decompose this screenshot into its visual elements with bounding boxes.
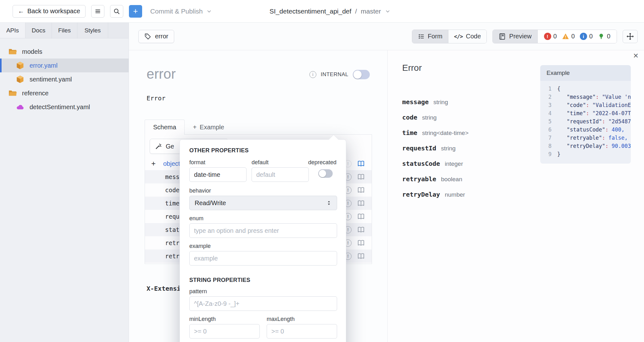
docs-preview-panel: × Error message string code string time … bbox=[387, 50, 644, 342]
example-input[interactable] bbox=[189, 251, 337, 266]
property-name: statusCode bbox=[402, 160, 440, 167]
deprecated-label: deprecated bbox=[308, 159, 336, 166]
pan-mode-button[interactable] bbox=[623, 30, 638, 43]
book-icon[interactable] bbox=[357, 252, 365, 260]
preview-label: Preview bbox=[509, 33, 531, 40]
toolbar-right-controls: Form </> Code Preview ! 0 0 bbox=[412, 30, 638, 43]
tree-file-detectsentiment-yaml[interactable]: detectSentiment.yaml bbox=[0, 100, 129, 114]
search-button[interactable] bbox=[110, 5, 123, 18]
preview-property: time string<date-time> bbox=[402, 129, 469, 137]
select-updown-icon bbox=[326, 200, 332, 206]
chevron-down-icon bbox=[206, 8, 212, 14]
tag-icon bbox=[144, 33, 151, 40]
model-tag-chip[interactable]: error bbox=[138, 30, 174, 43]
tab-docs[interactable]: Docs bbox=[25, 23, 52, 38]
tree-folder-models[interactable]: models bbox=[0, 45, 129, 59]
property-name[interactable]: code bbox=[165, 187, 180, 193]
format-input[interactable] bbox=[189, 167, 247, 182]
book-icon[interactable] bbox=[357, 160, 365, 167]
folder-icon bbox=[8, 47, 17, 56]
book-icon[interactable] bbox=[357, 239, 365, 247]
property-name[interactable]: time bbox=[165, 200, 180, 207]
lightbulb-icon bbox=[598, 33, 605, 40]
property-type: string bbox=[433, 99, 448, 106]
preview-diagnostics-group: Preview ! 0 0 i 0 0 bbox=[492, 30, 617, 43]
add-property-icon[interactable]: + bbox=[151, 159, 158, 168]
example-code-block[interactable]: 1 { 2 "message":"Value 'n 3 "code":"Vali… bbox=[540, 81, 631, 164]
warning-count-value: 0 bbox=[571, 33, 575, 40]
preview-button[interactable]: Preview bbox=[493, 30, 537, 43]
line-number: 6 bbox=[540, 126, 552, 134]
pattern-input[interactable] bbox=[189, 296, 337, 311]
property-name: code bbox=[402, 114, 417, 121]
minlength-label: minLength bbox=[189, 316, 216, 322]
line-number: 5 bbox=[540, 117, 552, 126]
book-icon[interactable] bbox=[357, 213, 365, 220]
form-view-label: Form bbox=[428, 33, 442, 40]
tree-file-error-yaml[interactable]: error.yaml bbox=[0, 59, 129, 72]
book-icon[interactable] bbox=[357, 186, 365, 194]
deprecated-toggle[interactable] bbox=[318, 169, 333, 178]
commit-publish-menu[interactable]: Commit & Publish bbox=[150, 8, 212, 15]
error-count[interactable]: ! 0 bbox=[543, 33, 558, 40]
book-icon[interactable] bbox=[357, 226, 365, 233]
property-type: string<date-time> bbox=[422, 130, 469, 137]
info-icon: i bbox=[309, 71, 316, 78]
hint-count-value: 0 bbox=[607, 33, 610, 40]
maxlength-input[interactable] bbox=[267, 324, 337, 339]
example-code-card: Example 1 { 2 "message":"Value 'n 3 "cod… bbox=[540, 65, 631, 164]
warning-count[interactable]: 0 bbox=[561, 33, 576, 40]
menu-button[interactable] bbox=[91, 5, 104, 18]
preview-properties-list: message string code string time string<d… bbox=[402, 98, 469, 206]
preview-property: retryable boolean bbox=[402, 175, 469, 183]
form-checklist-icon bbox=[418, 33, 425, 40]
other-properties-heading: OTHER PROPERTIES bbox=[189, 147, 249, 154]
model-description[interactable]: Error bbox=[147, 94, 165, 102]
code-view-button[interactable]: </> Code bbox=[448, 30, 487, 43]
minlength-input[interactable] bbox=[189, 324, 260, 339]
behavior-label: behavior bbox=[189, 188, 211, 194]
book-icon bbox=[498, 33, 506, 40]
enum-label: enum bbox=[189, 215, 203, 222]
tab-styles[interactable]: Styles bbox=[77, 23, 108, 38]
tab-files[interactable]: Files bbox=[52, 23, 77, 38]
form-view-button[interactable]: Form bbox=[412, 30, 448, 43]
code-line: 7 "retryable":false, bbox=[540, 134, 631, 142]
property-settings-popover: OTHER PROPERTIES format default deprecat… bbox=[180, 139, 346, 342]
tree-item-label: reference bbox=[22, 90, 49, 97]
enum-input[interactable] bbox=[189, 223, 337, 238]
search-icon bbox=[113, 8, 120, 15]
sidebar: APIs Docs Files Styles models error.yaml… bbox=[0, 23, 129, 342]
add-button[interactable]: + bbox=[129, 5, 142, 18]
book-icon[interactable] bbox=[357, 173, 365, 181]
preview-property: code string bbox=[402, 114, 469, 121]
hint-count[interactable]: 0 bbox=[597, 33, 612, 40]
book-icon[interactable] bbox=[357, 199, 365, 207]
model-title[interactable]: error bbox=[147, 66, 176, 82]
info-count-value: 0 bbox=[589, 33, 593, 40]
internal-toggle[interactable] bbox=[353, 70, 370, 79]
close-icon[interactable]: × bbox=[633, 50, 638, 61]
tree-folder-reference[interactable]: reference bbox=[0, 86, 129, 100]
tree-item-label: sentiment.yaml bbox=[30, 76, 72, 83]
magic-wand-icon bbox=[155, 143, 162, 150]
back-to-workspace-button[interactable]: ← Back to workspace bbox=[13, 5, 86, 18]
string-properties-heading: STRING PROPERTIES bbox=[189, 277, 250, 283]
tab-add-example[interactable]: + Example bbox=[185, 120, 232, 135]
sidebar-tabs: APIs Docs Files Styles bbox=[0, 23, 129, 38]
line-number: 8 bbox=[540, 142, 552, 150]
tab-apis[interactable]: APIs bbox=[0, 23, 25, 38]
file-tree: models error.yaml sentiment.yaml referen… bbox=[0, 38, 129, 114]
plus-icon: + bbox=[133, 6, 138, 16]
property-name: retryDelay bbox=[402, 191, 440, 198]
tree-file-sentiment-yaml[interactable]: sentiment.yaml bbox=[0, 72, 129, 86]
default-input[interactable] bbox=[252, 167, 309, 182]
root-type-link[interactable]: object bbox=[163, 160, 180, 167]
info-count[interactable]: i 0 bbox=[579, 33, 594, 40]
line-number: 2 bbox=[540, 93, 552, 101]
behavior-select[interactable]: Read/Write bbox=[189, 196, 337, 210]
warning-triangle-icon bbox=[562, 33, 569, 40]
tab-schema[interactable]: Schema bbox=[145, 120, 185, 135]
branch-name[interactable]: master bbox=[361, 8, 381, 15]
commit-publish-label: Commit & Publish bbox=[150, 8, 203, 15]
